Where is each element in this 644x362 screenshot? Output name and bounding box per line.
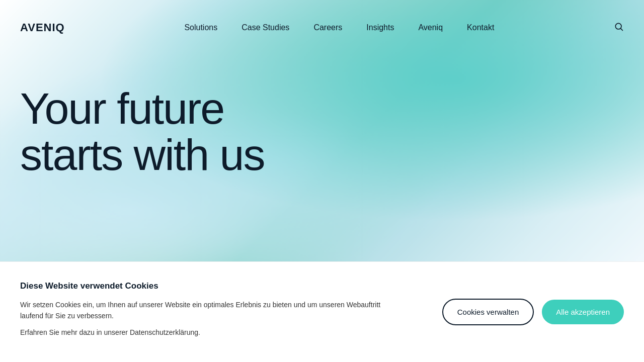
nav-link-kontakt[interactable]: Kontakt: [467, 23, 494, 32]
nav-link-case-studies[interactable]: Case Studies: [242, 23, 289, 32]
nav-links: Solutions Case Studies Careers Insights …: [184, 23, 494, 32]
hero-title-line2: starts with us: [20, 130, 264, 179]
hero-title-line1: Your future: [20, 83, 224, 133]
hero-content: Your future starts with us: [0, 55, 644, 178]
nav-link-insights[interactable]: Insights: [366, 23, 394, 32]
cookie-more-info[interactable]: Erfahren Sie mehr dazu in unserer Datens…: [20, 328, 200, 336]
cookie-banner: Diese Website verwendet Cookies Wir setz…: [0, 261, 644, 362]
hero-section: AVENIQ Solutions Case Studies Careers In…: [0, 0, 644, 261]
hero-title: Your future starts with us: [20, 85, 624, 178]
svg-line-1: [621, 29, 623, 31]
cookie-link-text: Erfahren Sie mehr dazu in unserer Datens…: [20, 327, 382, 338]
search-icon: [614, 22, 624, 32]
logo[interactable]: AVENIQ: [20, 21, 65, 34]
alle-akzeptieren-button[interactable]: Alle akzeptieren: [542, 300, 624, 324]
cookie-buttons: Cookies verwalten Alle akzeptieren: [442, 299, 624, 325]
nav-link-solutions[interactable]: Solutions: [184, 23, 217, 32]
nav-link-aveniq[interactable]: Aveniq: [418, 23, 443, 32]
cookie-banner-inner: Diese Website verwendet Cookies Wir setz…: [20, 281, 624, 343]
search-button[interactable]: [614, 22, 624, 34]
nav-link-careers[interactable]: Careers: [313, 23, 342, 32]
svg-point-0: [615, 23, 621, 29]
cookie-text-block: Diese Website verwendet Cookies Wir setz…: [20, 281, 382, 343]
navbar: AVENIQ Solutions Case Studies Careers In…: [0, 0, 644, 55]
cookie-description: Wir setzen Cookies ein, um Ihnen auf uns…: [20, 299, 382, 322]
cookies-verwalten-button[interactable]: Cookies verwalten: [442, 299, 534, 325]
cookie-title: Diese Website verwendet Cookies: [20, 281, 382, 291]
